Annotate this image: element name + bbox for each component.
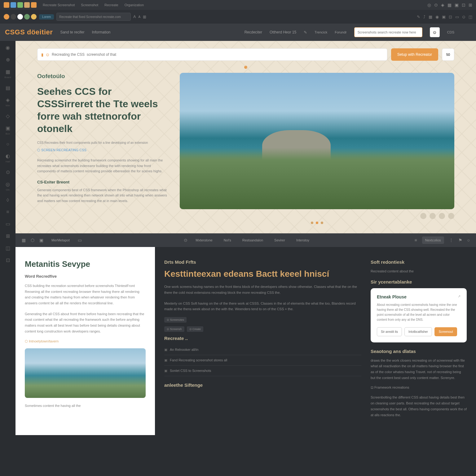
- tray-icon[interactable]: ▦: [447, 2, 452, 7]
- tool-icon[interactable]: ▭: [455, 15, 459, 19]
- tray-icon[interactable]: ◎: [427, 2, 431, 7]
- sidebar-icon[interactable]: ◉: [6, 45, 10, 51]
- list-item[interactable]: ▣Sonlet CSS to Screenshots: [164, 366, 361, 376]
- brand-logo[interactable]: CSGS döeitier: [5, 28, 53, 36]
- menu-item[interactable]: Organization: [125, 3, 144, 7]
- active-tab[interactable]: Lorem: [39, 14, 54, 20]
- chevron-icon[interactable]: ⋮: [449, 238, 453, 243]
- flag-icon[interactable]: ⚑: [458, 238, 462, 243]
- sidebar-icon[interactable]: ◐: [6, 153, 10, 159]
- sidebar-icon[interactable]: ◇: [6, 113, 10, 119]
- card-button-secondary[interactable]: Sir arestit its: [377, 327, 402, 336]
- sidebar-icon[interactable]: ◎: [6, 181, 10, 187]
- app-icon[interactable]: [17, 2, 23, 8]
- toolbar-icon[interactable]: ⊞: [143, 15, 146, 19]
- sidebar-icon[interactable]: ⊞: [6, 233, 10, 239]
- badge[interactable]: ⊙ Create: [187, 326, 204, 332]
- menu-item[interactable]: Recreate: [104, 3, 118, 7]
- tool-icon[interactable]: ▣: [442, 15, 446, 19]
- nav-link[interactable]: Information: [92, 30, 110, 34]
- nav-link[interactable]: Ottherd Heor 15: [270, 30, 296, 34]
- app-icon[interactable]: [31, 2, 37, 8]
- bookmark-icon[interactable]: [430, 213, 436, 219]
- nav-link[interactable]: Recdeciter: [245, 30, 262, 34]
- sidebar-icon[interactable]: ◈: [6, 97, 10, 103]
- section-tab[interactable]: Nol's: [221, 236, 234, 244]
- address-bar[interactable]: Recreate that fixed Screenshot recreate.…: [56, 13, 131, 21]
- app-icon[interactable]: [11, 2, 16, 8]
- tray-icon[interactable]: ⊡: [462, 2, 465, 7]
- app-icon[interactable]: [4, 2, 9, 8]
- menu-item[interactable]: Screenshot: [81, 3, 98, 7]
- panel-icon[interactable]: ▭: [78, 238, 82, 243]
- dot-icon[interactable]: [311, 222, 313, 224]
- list-item[interactable]: ▣An Relnooker all/in: [164, 345, 361, 355]
- tray-icon[interactable]: ⊞: [469, 2, 472, 7]
- external-icon[interactable]: ↗: [458, 294, 461, 298]
- nav-link[interactable]: Sand te recifer: [60, 30, 84, 34]
- dot-icon[interactable]: [321, 222, 323, 224]
- tray-icon[interactable]: ▣: [455, 2, 459, 7]
- tool-icon[interactable]: ▦: [429, 15, 432, 19]
- search-icon[interactable]: ○: [467, 238, 470, 243]
- hero-search-input[interactable]: [52, 52, 383, 57]
- sidebar-icon[interactable]: ⊡: [6, 257, 10, 263]
- tool-icon[interactable]: ⊡: [449, 15, 452, 19]
- share-icon[interactable]: [420, 213, 426, 219]
- tool-icon[interactable]: ◫: [469, 15, 472, 19]
- sidebar-icon[interactable]: ▭: [6, 221, 10, 227]
- aside-link[interactable]: ⊡ Framework recreations: [371, 386, 467, 390]
- header-search-input[interactable]: [354, 27, 422, 37]
- inline-link[interactable]: ⬡ Intnoetytown/tavern: [25, 339, 146, 343]
- sidebar-icon[interactable]: ⊕: [6, 57, 10, 63]
- section-tab[interactable]: Mxterstone: [192, 236, 215, 244]
- card-button-primary[interactable]: Screenout: [434, 327, 457, 336]
- badge[interactable]: ⊙ Screensh: [164, 326, 184, 332]
- tool-icon[interactable]: ⤴: [423, 15, 425, 19]
- tool-icon[interactable]: ⊙: [462, 15, 465, 19]
- edit-icon[interactable]: ✎: [304, 30, 307, 35]
- list-item[interactable]: ▣Fand Recreating screenshot stores all: [164, 355, 361, 366]
- menu-icon[interactable]: ≡: [415, 238, 417, 243]
- badge[interactable]: ⊙ Screenotes: [164, 317, 187, 323]
- sidebar-icon[interactable]: ⊙: [6, 169, 10, 175]
- sidebar-icon[interactable]: ○: [6, 141, 9, 147]
- search-button[interactable]: ⊙: [430, 27, 440, 37]
- counter-button[interactable]: 50: [442, 48, 454, 61]
- menu-item[interactable]: Recreate Screenshot: [43, 3, 75, 7]
- sidebar-icon[interactable]: ◫: [6, 245, 10, 251]
- dot-icon[interactable]: [316, 222, 318, 224]
- section-tab-active[interactable]: Nextcolios: [422, 236, 444, 244]
- section-tab[interactable]: Interstoy: [293, 236, 312, 244]
- expand-icon[interactable]: [448, 213, 454, 219]
- sidebar-icon[interactable]: ▤: [6, 85, 10, 91]
- control-icon[interactable]: [24, 14, 30, 20]
- more-icon[interactable]: [439, 213, 445, 219]
- text-size-small-icon[interactable]: A: [138, 15, 140, 19]
- control-icon[interactable]: [11, 14, 16, 20]
- control-icon[interactable]: [31, 14, 37, 20]
- search-icon[interactable]: ⊙: [184, 238, 187, 243]
- chart-icon[interactable]: ⬡: [31, 238, 34, 243]
- control-icon[interactable]: [4, 14, 9, 20]
- sidebar-icon[interactable]: ◊: [7, 197, 9, 203]
- tool-icon[interactable]: ✎: [417, 15, 420, 19]
- hero-link[interactable]: ⬡ SCREEN RECREATING CSS: [37, 148, 86, 152]
- section-tab[interactable]: Restsandalon: [239, 236, 266, 244]
- sidebar-icon[interactable]: ≡: [6, 209, 9, 215]
- search-icon[interactable]: ⊙: [434, 2, 438, 7]
- app-icon[interactable]: [24, 2, 30, 8]
- section-tab[interactable]: Sevirer: [271, 236, 288, 244]
- text-size-icon[interactable]: A: [133, 15, 136, 19]
- header-link[interactable]: CDS: [447, 30, 454, 34]
- grid-icon[interactable]: ▦: [22, 238, 26, 243]
- tool-icon[interactable]: ◉: [435, 15, 439, 19]
- cta-button[interactable]: Setup with Recreator: [391, 48, 438, 61]
- hero-search-box[interactable]: ▮ ⊙: [37, 48, 387, 61]
- sidebar-icon[interactable]: ▣: [6, 125, 10, 131]
- card-button-secondary[interactable]: Intotbcatfisher: [404, 327, 432, 336]
- control-icon[interactable]: [17, 14, 23, 20]
- sidebar-icon[interactable]: ▦: [6, 69, 10, 75]
- layout-icon[interactable]: ▣: [39, 238, 43, 243]
- section-tab[interactable]: MerMetapot: [48, 236, 73, 244]
